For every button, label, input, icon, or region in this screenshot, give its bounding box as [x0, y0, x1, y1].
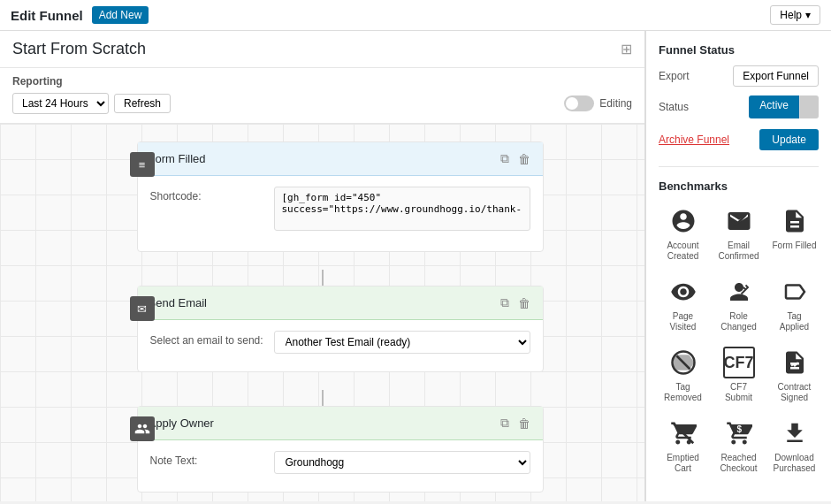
benchmarks-grid: Account Created Email Confirmed Form Fil…	[659, 202, 819, 477]
step-actions-send-email: ⧉ 🗑	[499, 294, 532, 312]
note-text-dropdown[interactable]: Groundhogg	[274, 451, 530, 474]
archive-funnel-button[interactable]: Archive Funnel	[659, 134, 729, 146]
step-delete-button-apply-owner[interactable]: 🗑	[516, 414, 532, 432]
connector-1	[322, 270, 324, 286]
step-copy-button-form-filled[interactable]: ⧉	[499, 149, 511, 168]
cf7-submit-label: CF7 Submit	[716, 382, 761, 403]
benchmark-reached-checkout[interactable]: $ Reached Checkout	[714, 414, 763, 477]
status-row: Status Active	[659, 95, 819, 118]
tag-removed-icon	[667, 347, 699, 378]
chevron-down-icon: ▾	[805, 9, 811, 21]
add-new-button[interactable]: Add New	[92, 6, 149, 24]
cf7-submit-icon: CF7	[723, 347, 755, 378]
email-select[interactable]: Another Test Email (ready)	[274, 331, 530, 354]
archive-row: Archive Funnel Update	[659, 129, 819, 150]
funnel-status-title: Funnel Status	[659, 43, 819, 57]
funnel-title-icon: ⊞	[621, 41, 632, 57]
step-body-send-email: Select an email to send: Another Test Em…	[138, 320, 543, 371]
step-actions-form-filled: ⧉ 🗑	[499, 149, 532, 168]
benchmark-role-changed[interactable]: Role Changed	[714, 272, 763, 336]
step-header-apply-owner: Apply Owner ⧉ 🗑	[138, 407, 543, 440]
benchmark-form-filled[interactable]: Form Filled	[770, 202, 819, 265]
shortcode-label: Shortcode:	[150, 187, 265, 202]
right-panel: Funnel Status Export Export Funnel Statu…	[645, 31, 831, 501]
step-field-note-text: Note Text: Groundhogg	[150, 451, 530, 474]
divider	[659, 166, 819, 167]
tag-applied-label: Tag Applied	[772, 311, 817, 332]
page-title: Edit Funnel	[11, 8, 83, 23]
contract-signed-label: Contract Signed	[772, 382, 817, 403]
funnel-title: Start From Scratch	[12, 40, 146, 58]
status-label: Status	[659, 101, 689, 113]
benchmark-account-created[interactable]: Account Created	[659, 202, 707, 265]
reporting-controls: Last 24 Hours Last 7 Days Last 30 Days R…	[12, 93, 632, 114]
benchmark-download-purchased[interactable]: Download Purchased	[770, 414, 819, 477]
benchmark-tag-removed[interactable]: Tag Removed	[659, 343, 707, 407]
step-field-email-select: Select an email to send: Another Test Em…	[150, 331, 530, 354]
email-select-label: Select an email to send:	[150, 331, 265, 347]
left-panel: Start From Scratch ⊞ Reporting Last 24 H…	[0, 31, 645, 501]
emptied-cart-icon	[667, 417, 699, 449]
benchmark-tag-applied[interactable]: Tag Applied	[770, 272, 819, 336]
step-copy-button-send-email[interactable]: ⧉	[499, 294, 511, 312]
export-funnel-button[interactable]: Export Funnel	[733, 65, 819, 87]
top-bar-left: Edit Funnel Add New	[11, 6, 149, 24]
step-icon-form-filled: ≡	[130, 152, 155, 177]
step-delete-button-send-email[interactable]: 🗑	[516, 294, 532, 312]
main-layout: Start From Scratch ⊞ Reporting Last 24 H…	[0, 31, 831, 501]
step-field-shortcode: Shortcode: [gh_form id="450" success="ht…	[150, 187, 530, 233]
download-purchased-label: Download Purchased	[772, 453, 817, 474]
help-button[interactable]: Help ▾	[770, 5, 820, 25]
reached-checkout-icon: $	[723, 417, 755, 449]
canvas-steps-wrap: ≡ Form Filled ⧉ 🗑 Shortcode:	[102, 141, 544, 493]
step-title-apply-owner: Apply Owner	[149, 416, 214, 430]
form-filled-label: Form Filled	[772, 241, 816, 251]
benchmark-page-visited[interactable]: Page Visited	[659, 272, 707, 336]
contract-signed-icon	[779, 347, 811, 378]
step-body-apply-owner: Note Text: Groundhogg	[138, 440, 543, 492]
step-header-form-filled: Form Filled ⧉ 🗑	[138, 142, 543, 176]
funnel-status-section: Funnel Status Export Export Funnel Statu…	[659, 43, 819, 150]
help-label: Help	[780, 9, 802, 21]
step-wrapper-apply-owner: Apply Owner ⧉ 🗑 Note Text:	[137, 406, 544, 493]
shortcode-textarea[interactable]: [gh_form id="450" success="https://www.g…	[274, 187, 530, 231]
benchmark-emptied-cart[interactable]: Emptied Cart	[659, 414, 707, 477]
update-button[interactable]: Update	[759, 129, 819, 150]
editing-toggle: Editing	[564, 95, 632, 111]
email-confirmed-label: Email Confirmed	[716, 241, 761, 262]
step-wrapper-send-email: ✉ Send Email ⧉ 🗑 Select an email to send…	[137, 286, 544, 372]
role-changed-icon	[723, 276, 755, 308]
status-toggle[interactable]	[799, 95, 819, 118]
reporting-left: Last 24 Hours Last 7 Days Last 30 Days R…	[12, 93, 171, 114]
shortcode-value: [gh_form id="450" success="https://www.g…	[274, 187, 530, 233]
editing-toggle-switch[interactable]	[564, 95, 594, 111]
reporting-bar: Reporting Last 24 Hours Last 7 Days Last…	[0, 68, 644, 124]
step-copy-button-apply-owner[interactable]: ⧉	[499, 414, 511, 432]
export-label: Export	[659, 70, 690, 82]
status-badge: Active	[749, 95, 799, 118]
refresh-button[interactable]: Refresh	[114, 94, 171, 113]
benchmark-cf7-submit[interactable]: CF7 CF7 Submit	[714, 343, 763, 407]
emptied-cart-label: Emptied Cart	[660, 453, 705, 474]
funnel-title-bar: Start From Scratch ⊞	[0, 31, 644, 68]
note-text-label: Note Text:	[150, 451, 265, 467]
step-body-form-filled: Shortcode: [gh_form id="450" success="ht…	[138, 176, 543, 251]
svg-text:$: $	[736, 424, 742, 434]
connector-2	[322, 390, 324, 406]
email-confirmed-icon	[723, 205, 755, 237]
step-delete-button-form-filled[interactable]: 🗑	[516, 149, 532, 168]
benchmark-email-confirmed[interactable]: Email Confirmed	[714, 202, 763, 265]
page-visited-icon	[667, 276, 699, 308]
benchmarks-title: Benchmarks	[659, 179, 819, 193]
step-header-send-email: Send Email ⧉ 🗑	[138, 286, 543, 320]
step-title-form-filled: Form Filled	[149, 152, 206, 165]
step-wrapper-form-filled: ≡ Form Filled ⧉ 🗑 Shortcode:	[137, 141, 544, 252]
role-changed-label: Role Changed	[716, 311, 761, 332]
page-visited-label: Page Visited	[660, 311, 705, 332]
account-created-label: Account Created	[660, 241, 705, 262]
top-bar: Edit Funnel Add New Help ▾	[0, 0, 831, 31]
time-range-select[interactable]: Last 24 Hours Last 7 Days Last 30 Days	[12, 93, 109, 114]
step-card-form-filled: Form Filled ⧉ 🗑 Shortcode: [gh_form id="…	[137, 141, 544, 252]
editing-label: Editing	[599, 97, 632, 110]
benchmark-contract-signed[interactable]: Contract Signed	[770, 343, 819, 407]
